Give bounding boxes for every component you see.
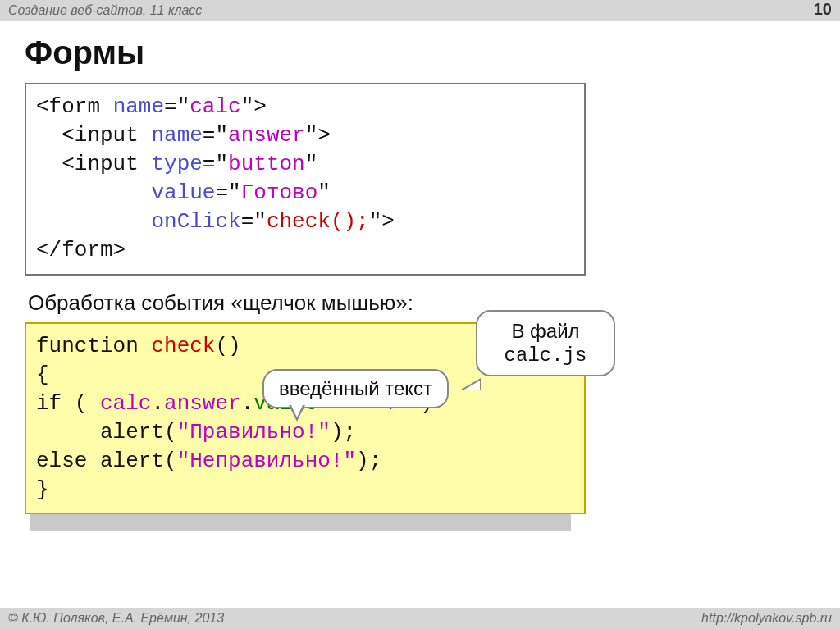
code-block-html-body: <form name="calc"> <input name="answer">… xyxy=(25,83,586,276)
code-block-html: <form name="calc"> <input name="answer">… xyxy=(25,83,815,276)
speech-tail-icon xyxy=(289,405,305,422)
page-number: 10 xyxy=(814,0,832,21)
callout-file-hint-l1: В файл xyxy=(511,320,579,342)
footer-credits: © К.Ю. Поляков, Е.А. Ерёмин, 2013 xyxy=(8,608,224,629)
page-title: Формы xyxy=(25,34,815,71)
footer-url: http://kpolyakov.spb.ru xyxy=(701,608,832,629)
slide-header: Создание веб-сайтов, 11 класс 10 xyxy=(0,0,840,21)
slide-content: Формы <form name="calc"> <input name="an… xyxy=(0,21,840,514)
subheading: Обработка события «щелчок мышью»: xyxy=(28,290,815,316)
course-title: Создание веб-сайтов, 11 класс xyxy=(8,0,202,21)
code-block-js: function check() { if ( calc.answer.valu… xyxy=(25,322,815,515)
callout-input-text-label: введённый текст xyxy=(279,377,432,399)
callout-input-text: введённый текст xyxy=(262,369,449,408)
speech-tail-icon xyxy=(461,378,481,390)
callout-file-hint-l2: calc.js xyxy=(504,344,587,367)
slide-footer: © К.Ю. Поляков, Е.А. Ерёмин, 2013 http:/… xyxy=(0,608,840,629)
callout-file-hint: В файл calc.js xyxy=(476,310,615,376)
